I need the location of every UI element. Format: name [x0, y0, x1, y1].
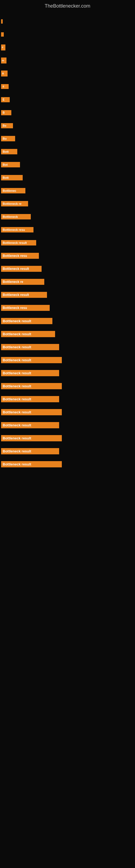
bar-item: E — [0, 83, 135, 90]
bar-label: Bottleneck result — [1, 396, 59, 402]
bar-label: Bottleneck resu — [1, 305, 50, 311]
bar-label: Bottleneck — [1, 214, 31, 219]
row-spacer — [0, 27, 135, 29]
row-spacer — [0, 287, 135, 289]
row-spacer — [0, 79, 135, 81]
bar-label: B — [1, 70, 8, 76]
bar-label: m — [1, 58, 6, 63]
row-spacer — [0, 431, 135, 433]
bar-label: Bottleneck result — [1, 448, 59, 454]
bar-label: Bottleneck result — [1, 318, 52, 324]
bar-label: F — [1, 44, 5, 51]
bar-item: Bo — [0, 122, 135, 129]
chart-area: FmBEEBBoBoBottBotBottBottlenecBottleneck… — [0, 11, 135, 472]
bar-item: Bottleneck result — [0, 395, 135, 403]
bar-label — [1, 19, 3, 24]
row-spacer — [0, 365, 135, 368]
bar-item: B — [0, 70, 135, 77]
bar-label: Bottleneck result — [1, 331, 55, 337]
bar-item: Bottleneck result — [0, 239, 135, 247]
bar-item: Bottlenec — [0, 187, 135, 194]
bar-label: Bottleneck result — [1, 266, 42, 272]
row-spacer — [0, 443, 135, 446]
row-spacer — [0, 339, 135, 341]
bar-label: Bottleneck resu — [1, 253, 39, 259]
row-spacer — [0, 131, 135, 133]
bar-label: Bottleneck result — [1, 357, 62, 363]
bar-item: Bottleneck result — [0, 317, 135, 325]
row-spacer — [0, 313, 135, 315]
bar-label: Bottleneck result — [1, 409, 62, 415]
bar-label: E — [1, 84, 9, 89]
bar-item: Bottleneck result — [0, 330, 135, 338]
row-spacer — [0, 235, 135, 237]
row-spacer — [0, 105, 135, 107]
row-spacer — [0, 300, 135, 303]
row-spacer — [0, 326, 135, 329]
bar-label: Bottleneck re — [1, 201, 28, 207]
bar-label: Bottleneck result — [1, 344, 59, 350]
bar-label: Bottleneck result — [1, 435, 62, 441]
bar-label: E — [1, 97, 10, 102]
bar-item: Bot — [0, 161, 135, 168]
row-spacer — [0, 261, 135, 264]
bar-label: Bottlenec — [1, 188, 26, 193]
row-spacer — [0, 274, 135, 276]
row-spacer — [0, 183, 135, 185]
bar-label: Bott — [1, 175, 23, 180]
bar-item — [0, 18, 135, 25]
row-spacer — [0, 53, 135, 55]
row-spacer — [0, 222, 135, 224]
bar-item: Bottleneck re — [0, 200, 135, 208]
row-spacer — [0, 392, 135, 394]
row-spacer — [0, 14, 135, 16]
bar-label: B — [1, 110, 11, 115]
bar-item: Bottleneck — [0, 213, 135, 220]
bar-label: Bottleneck result — [1, 292, 47, 298]
bar-item: Bottleneck result — [0, 369, 135, 377]
bar-item: Bottleneck result — [0, 382, 135, 390]
bar-label: Bottleneck result — [1, 383, 62, 389]
bar-item: Bottleneck result — [0, 447, 135, 455]
row-spacer — [0, 118, 135, 120]
bar-item: Bottleneck resu — [0, 304, 135, 312]
row-spacer — [0, 144, 135, 146]
bar-item: B — [0, 109, 135, 116]
bar-label: Bot — [1, 162, 20, 167]
bar-item: Bottleneck re — [0, 278, 135, 286]
bar-label: Bott — [1, 149, 17, 154]
row-spacer — [0, 157, 135, 159]
bar-label: Bo — [1, 123, 13, 128]
bar-item: F — [0, 44, 135, 51]
bar-item: Bottleneck result — [0, 408, 135, 416]
bar-item: Bottleneck result — [0, 343, 135, 351]
row-spacer — [0, 417, 135, 420]
page-container: TheBottlenecker.com FmBEEBBoBoBottBotBot… — [0, 0, 135, 472]
bar-item: Bottleneck result — [0, 356, 135, 364]
row-spacer — [0, 378, 135, 380]
row-spacer — [0, 196, 135, 198]
bar-item: m — [0, 57, 135, 64]
site-title: TheBottlenecker.com — [0, 0, 135, 11]
row-spacer — [0, 170, 135, 172]
bar-label: Bottleneck result — [1, 422, 59, 428]
bar-label: Bottleneck re — [1, 279, 44, 285]
bar-item: Bott — [0, 148, 135, 155]
bar-item: Bottleneck resu — [0, 252, 135, 259]
row-spacer — [0, 209, 135, 211]
bar-label: Bottleneck result — [1, 370, 59, 376]
bar-item: Bottleneck resu — [0, 226, 135, 234]
bar-item: Bottleneck result — [0, 421, 135, 429]
row-spacer — [0, 352, 135, 354]
row-spacer — [0, 40, 135, 42]
bar-item — [0, 31, 135, 38]
row-spacer — [0, 92, 135, 94]
bar-item: Bottleneck result — [0, 434, 135, 442]
bar-label: Bottleneck result — [1, 461, 62, 467]
bar-label: Bottleneck resu — [1, 227, 34, 232]
bar-item: Bo — [0, 135, 135, 143]
row-spacer — [0, 248, 135, 250]
bar-item: E — [0, 96, 135, 103]
bar-item: Bottleneck result — [0, 460, 135, 468]
bar-item: Bott — [0, 174, 135, 182]
